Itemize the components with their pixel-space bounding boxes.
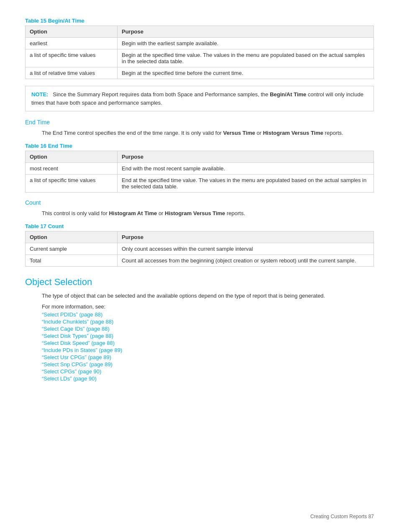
table-cell: Begin at the specified time before the c… bbox=[118, 67, 374, 79]
note-label: NOTE: bbox=[31, 91, 48, 98]
count-body: This control is only valid for Histogram… bbox=[42, 209, 374, 218]
object-selection-link[interactable]: “Select Usr CPGs” (page 89) bbox=[42, 354, 374, 360]
note-text: Since the Summary Report requires data f… bbox=[31, 91, 363, 106]
for-more-text: For more information, see: bbox=[42, 303, 374, 310]
table-cell: a list of specific time values bbox=[26, 49, 118, 67]
table-cell: Count all accesses from the beginning (o… bbox=[118, 254, 374, 266]
page-footer: Creating Custom Reports 87 bbox=[310, 514, 374, 519]
object-selection-link[interactable]: “Select Disk Speed” (page 88) bbox=[42, 340, 374, 346]
table16-col-purpose: Purpose bbox=[118, 151, 374, 162]
object-selection-link[interactable]: “Select Cage IDs” (page 88) bbox=[42, 326, 374, 332]
table15-col-option: Option bbox=[26, 26, 118, 38]
table-cell: Begin at the specified time value. The v… bbox=[118, 49, 374, 67]
table15-title: Table 15 Begin/At Time bbox=[25, 18, 374, 24]
table17-title: Table 17 Count bbox=[25, 223, 374, 229]
end-time-body: The End Time control specifies the end o… bbox=[42, 129, 374, 138]
table15: Option Purpose earliestBegin with the ea… bbox=[25, 26, 374, 79]
end-time-heading: End Time bbox=[25, 119, 374, 126]
object-selection-links: “Select PDIDs” (page 88)“Include Chunkle… bbox=[25, 311, 374, 382]
table-cell: Current sample bbox=[26, 243, 118, 254]
table-cell: a list of relative time values bbox=[26, 67, 118, 79]
table-cell: Begin with the earliest sample available… bbox=[118, 38, 374, 49]
table-cell: End with the most recent sample availabl… bbox=[118, 162, 374, 174]
count-heading: Count bbox=[25, 199, 374, 206]
table-cell: Only count accesses within the current s… bbox=[118, 243, 374, 254]
table17-col-purpose: Purpose bbox=[118, 231, 374, 243]
table-cell: most recent bbox=[26, 162, 118, 174]
table16-title: Table 16 End Time bbox=[25, 143, 374, 149]
table-cell: Total bbox=[26, 254, 118, 266]
object-selection-link[interactable]: “Include PDs in States” (page 89) bbox=[42, 347, 374, 353]
table-cell: earliest bbox=[26, 38, 118, 49]
note-box: NOTE: Since the Summary Report requires … bbox=[25, 86, 374, 111]
table17-col-option: Option bbox=[26, 231, 118, 243]
object-selection-link[interactable]: “Select PDIDs” (page 88) bbox=[42, 311, 374, 318]
object-selection-link[interactable]: “Select LDs” (page 90) bbox=[42, 375, 374, 382]
object-selection-body: The type of object that can be selected … bbox=[42, 292, 374, 301]
object-selection-link[interactable]: “Select CPGs” (page 90) bbox=[42, 368, 374, 375]
table-cell: End at the specified time value. The val… bbox=[118, 174, 374, 192]
object-selection-heading: Object Selection bbox=[25, 277, 374, 288]
object-selection-link[interactable]: “Select Disk Types” (page 88) bbox=[42, 333, 374, 339]
table-cell: a list of specific time values bbox=[26, 174, 118, 192]
table15-col-purpose: Purpose bbox=[118, 26, 374, 38]
table16-col-option: Option bbox=[26, 151, 118, 162]
table17: Option Purpose Current sampleOnly count … bbox=[25, 231, 374, 267]
object-selection-link[interactable]: “Select Snp CPGs” (page 89) bbox=[42, 361, 374, 368]
table16: Option Purpose most recentEnd with the m… bbox=[25, 151, 374, 193]
object-selection-link[interactable]: “Include Chunklets” (page 88) bbox=[42, 319, 374, 325]
